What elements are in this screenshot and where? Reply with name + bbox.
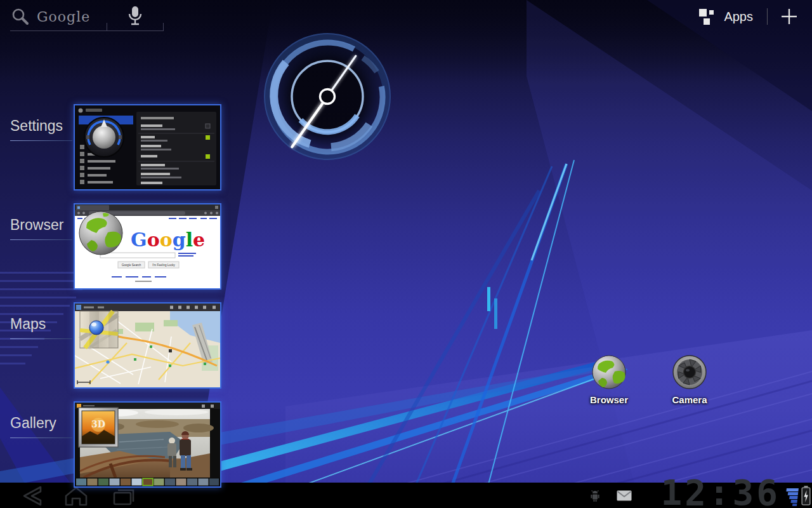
recent-underline (10, 140, 72, 141)
home-button[interactable] (60, 485, 93, 507)
recent-underline (10, 338, 72, 339)
recent-thumbnail-maps[interactable] (74, 302, 221, 389)
voice-search-button[interactable] (107, 3, 164, 30)
gallery-3d-label: 3D (91, 419, 105, 429)
analog-clock-widget[interactable] (261, 29, 393, 164)
recent-apps-button[interactable] (108, 485, 141, 507)
microphone-icon (127, 5, 143, 28)
search-icon (10, 6, 30, 27)
system-clock[interactable]: 12:36 (660, 478, 780, 508)
google-search-button: Google Search (122, 264, 141, 267)
corner-divider (767, 8, 768, 25)
settings-app-icon (84, 117, 124, 157)
apps-button[interactable]: Apps (693, 5, 758, 28)
usb-debug-notification-icon[interactable] (589, 490, 601, 502)
apps-grid-icon (698, 8, 716, 25)
desktop-icon-browser[interactable]: Browser (582, 354, 636, 405)
recent-underline (10, 438, 72, 438)
recent-label-browser: Browser (10, 217, 63, 234)
feeling-lucky-button: I'm Feeling Lucky (152, 264, 175, 267)
google-logo-text: Google (37, 9, 90, 25)
email-notification-icon[interactable] (617, 490, 632, 501)
google-page-logo: Google (131, 229, 205, 251)
plus-icon (780, 8, 798, 25)
browser-app-icon (79, 211, 122, 255)
search-divider (107, 23, 107, 30)
desktop-icon-label: Browser (582, 394, 636, 405)
add-widget-button[interactable] (776, 5, 802, 28)
recent-label-settings: Settings (10, 117, 63, 135)
recent-thumbnail-browser[interactable]: Google Google Search I'm Feeling Lucky (74, 203, 221, 290)
battery-charging-icon (801, 486, 811, 505)
honeycomb-home-screen: Google Apps (0, 0, 812, 508)
signal-strength-icon (784, 488, 799, 507)
maps-app-icon (80, 311, 118, 348)
google-search-widget[interactable]: Google (10, 3, 164, 31)
recent-thumbnail-gallery[interactable]: 3D (74, 401, 221, 488)
search-text-zone[interactable]: Google (10, 3, 107, 30)
apps-button-label: Apps (724, 10, 753, 24)
recent-thumbnail-settings[interactable] (74, 104, 221, 190)
search-end-tick (163, 23, 164, 30)
gallery-app-icon: 3D (79, 408, 118, 447)
desktop-icon-camera[interactable]: Camera (663, 354, 716, 405)
top-right-actions: Apps (693, 5, 802, 28)
desktop-icon-label: Camera (663, 394, 716, 405)
recent-label-maps: Maps (10, 316, 46, 333)
recent-label-gallery: Gallery (10, 415, 56, 432)
camera-lens-icon (672, 354, 707, 390)
browser-globe-icon (591, 354, 627, 390)
recent-underline (10, 239, 72, 240)
back-button[interactable] (15, 485, 48, 507)
